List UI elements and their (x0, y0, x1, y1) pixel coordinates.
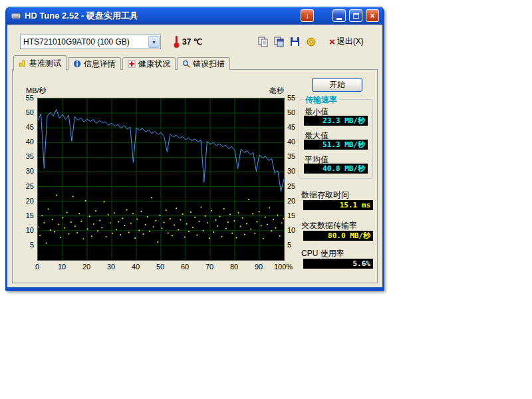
tab-health[interactable]: 健康状况 (122, 57, 176, 70)
access-time-dot (155, 220, 156, 221)
access-time-dot (130, 223, 132, 224)
access-time-dot (132, 213, 134, 214)
access-time-dot (281, 222, 283, 223)
y-axis-tick-label: 45 (26, 123, 34, 131)
client-area: HTS721010G9AT00 (100 GB) ▼ 37 ℃ × 退出(X (7, 25, 382, 287)
copy-screenshot-icon[interactable] (272, 35, 287, 49)
access-time-dot (269, 207, 270, 208)
y-axis-tick-label: 10 (287, 226, 295, 234)
access-time-dot (209, 237, 210, 239)
y-axis-tick-label: 25 (287, 182, 295, 190)
title-bar: HD Tune 2.52 - 硬盘实用工具 ↓ × (7, 7, 382, 25)
x-axis-tick-label: 30 (99, 263, 123, 271)
chevron-down-icon[interactable]: ▼ (148, 36, 160, 48)
y-axis-tick-label: 35 (287, 152, 295, 160)
y-axis-tick-label: 25 (26, 182, 34, 190)
access-time-dot (203, 230, 204, 231)
access-time-dot (85, 200, 86, 201)
access-time-dot (136, 219, 138, 220)
access-time-dot (273, 219, 274, 220)
exit-label: 退出(X) (337, 36, 364, 47)
benchmark-icon (19, 59, 27, 67)
y-axis-right-caption: 毫秒 (257, 86, 284, 96)
y-axis-tick-label: 55 (287, 94, 295, 102)
access-time-dot (190, 211, 192, 213)
x-axis-tick-label: 100% (271, 263, 295, 271)
update-download-button[interactable]: ↓ (301, 9, 314, 22)
y-axis-tick-label: 5 (287, 241, 291, 249)
minimize-button[interactable] (332, 9, 346, 22)
access-time-dot (112, 233, 113, 234)
access-time-dot (172, 235, 173, 236)
y-axis-tick-label: 15 (287, 211, 295, 219)
drive-select[interactable]: HTS721010G9AT00 (100 GB) ▼ (20, 35, 161, 49)
access-time-dot (186, 223, 188, 225)
access-time-dot (198, 221, 200, 222)
tab-info[interactable]: 信息详情 (68, 57, 121, 70)
access-time-dot (95, 210, 96, 211)
access-time-dot (227, 221, 229, 223)
access-time-dot (151, 197, 152, 198)
access-time-dot (178, 229, 179, 231)
access-time-dot (128, 232, 130, 233)
access-time-dot (106, 236, 107, 237)
access-time-dot (164, 221, 165, 223)
access-time-dot (149, 231, 150, 232)
start-button[interactable]: 开始 (312, 78, 362, 92)
exit-button[interactable]: × 退出(X) (329, 36, 364, 47)
access-time-dot (97, 230, 98, 231)
access-time-label: 数据存取时间 (301, 190, 349, 201)
access-time-dot (87, 228, 88, 229)
access-time-dot (180, 219, 182, 221)
x-axis-tick-label: 0 (25, 263, 49, 271)
access-time-dot (261, 225, 262, 226)
access-time-dot (41, 215, 43, 216)
access-time-dot (252, 213, 253, 215)
transfer-rate-group-title: 传输速率 (303, 94, 339, 106)
drive-select-value: HTS721010G9AT00 (100 GB) (21, 37, 148, 47)
close-button[interactable]: × (366, 9, 379, 22)
access-time-dot (157, 241, 158, 243)
copy-text-icon[interactable] (256, 35, 271, 49)
access-time-dot (219, 216, 221, 217)
access-time-dot (108, 214, 109, 215)
access-time-dot (229, 214, 231, 215)
access-time-dot (240, 226, 241, 227)
access-time-dot (277, 214, 279, 215)
access-time-dot (120, 234, 121, 235)
x-axis-tick-label: 20 (74, 263, 98, 271)
y-axis-tick-label: 40 (287, 138, 295, 146)
access-time-dot (201, 207, 202, 208)
access-time-dot (66, 211, 68, 213)
tab-benchmark[interactable]: 基准测试 (13, 55, 66, 70)
access-time-dot (217, 225, 218, 227)
options-icon[interactable] (304, 35, 319, 49)
x-axis-tick-label: 10 (50, 263, 74, 271)
access-time-dot (122, 217, 123, 219)
access-time-dot (145, 224, 146, 225)
access-time-dot (162, 227, 163, 229)
access-time-dot (80, 221, 82, 222)
access-time-dot (68, 233, 70, 235)
tab-error-scan[interactable]: 错误扫描 (177, 57, 230, 70)
access-time-dot (174, 224, 175, 225)
y-axis-tick-label: 30 (26, 167, 34, 175)
tab-strip: 基准测试 信息详情 健康状况 错误扫描 (13, 55, 230, 70)
benchmark-chart (37, 98, 285, 261)
minimize-icon (336, 18, 342, 20)
access-time-dot (211, 210, 212, 211)
access-time-dot (143, 233, 144, 235)
maximize-button[interactable] (349, 9, 362, 22)
save-screenshot-icon[interactable] (288, 35, 303, 49)
benchmark-panel: MB/秒 毫秒 510152025303540455055 5101520253… (12, 69, 378, 283)
info-icon (73, 60, 81, 68)
access-time-dot (78, 213, 80, 214)
window-title: HD Tune 2.52 - 硬盘实用工具 (25, 10, 138, 22)
access-time-dot (56, 194, 57, 196)
access-time-dot (250, 229, 251, 230)
access-time-dot (50, 229, 51, 231)
access-time-dot (52, 219, 53, 220)
access-time-dot (64, 227, 65, 229)
access-time-dot (116, 229, 117, 230)
access-time-dot (134, 237, 136, 239)
